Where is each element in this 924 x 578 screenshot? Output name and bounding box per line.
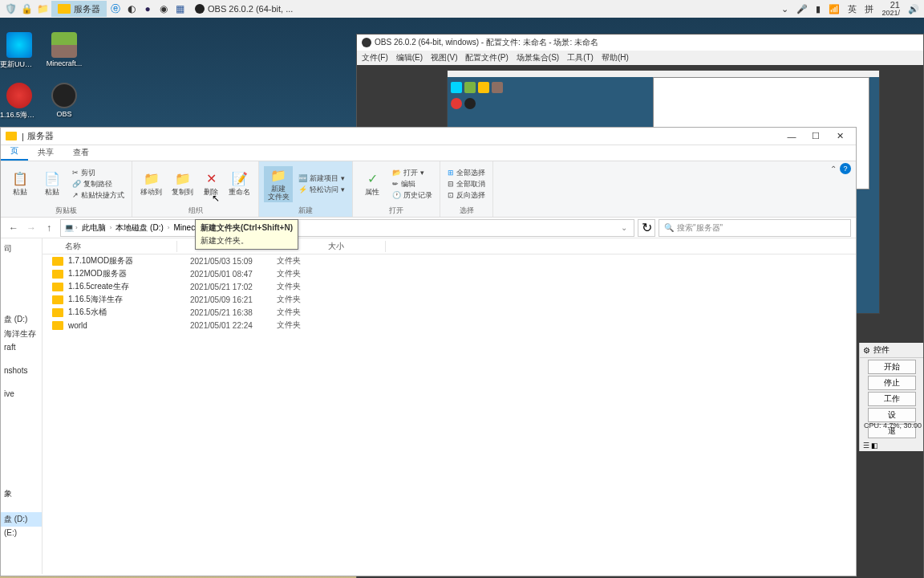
col-name[interactable]: 名称 (43, 241, 177, 252)
refresh-button[interactable]: ↻ (638, 219, 655, 237)
sidebar-item[interactable]: raft (1, 341, 42, 353)
col-size[interactable]: 大小 (322, 241, 386, 252)
file-row[interactable]: 1.7.10MOD服务器 2021/05/03 15:09 文件夹 (43, 254, 856, 267)
obs-menu-scene[interactable]: 场景集合(S) (517, 52, 559, 63)
sidebar-item[interactable]: 海洋生存 (1, 327, 42, 341)
new-item-icon: 🆕 (298, 174, 307, 182)
wifi-icon[interactable]: 📶 (829, 4, 840, 14)
obs-menu-tools[interactable]: 工具(T) (567, 52, 594, 63)
obs-stop-button[interactable]: 停止 (868, 376, 916, 390)
obs-start-button[interactable]: 开始 (868, 360, 916, 374)
sidebar-item[interactable]: (E:) (1, 527, 42, 539)
breadcrumb[interactable]: 💻 › 此电脑 › 本地磁盘 (D:) › Minecraft › 服务器 › … (60, 219, 634, 237)
taskbar-folder-item[interactable]: 服务器 (51, 1, 107, 17)
move-button[interactable]: 📁移动到 (137, 169, 165, 199)
tab-share[interactable]: 共享 (28, 144, 63, 161)
battery-icon[interactable]: ▮ (816, 4, 821, 14)
help-icon[interactable]: ? (840, 163, 851, 174)
taskbar-app-icon[interactable]: ◐ (124, 2, 139, 16)
edit-button[interactable]: ✏编辑 (390, 179, 435, 189)
explorer-window: | 服务器 — ☐ ✕ 页 共享 查看 📋 粘贴 📄 粘贴 ✂剪切 (0, 127, 857, 576)
chevron-up-icon[interactable]: ⌃ (830, 165, 837, 173)
back-button[interactable]: ← (6, 220, 22, 236)
obs-titlebar[interactable]: OBS 26.0.2 (64-bit, windows) - 配置文件: 未命名… (357, 35, 923, 51)
delete-button[interactable]: ✕删除 (200, 169, 222, 199)
taskbar-shield-icon[interactable]: 🛡️ (3, 2, 18, 16)
close-button[interactable]: ✕ (829, 129, 851, 144)
toggle-icon[interactable]: ◧ (871, 442, 878, 450)
cut-button[interactable]: ✂剪切 (70, 168, 127, 178)
ribbon-group-label: 打开 (358, 205, 435, 216)
ime-lang[interactable]: 英 (848, 3, 857, 15)
file-row[interactable]: 1.12MOD服务器 2021/05/01 08:47 文件夹 (43, 267, 856, 280)
tab-home[interactable]: 页 (1, 143, 28, 161)
file-row[interactable]: 1.16.5水桶 2021/05/21 16:38 文件夹 (43, 306, 856, 319)
breadcrumb-pc[interactable]: 此电脑 (79, 222, 108, 234)
select-all-button[interactable]: ⊞全部选择 (445, 168, 488, 178)
obs-menu-help[interactable]: 帮助(H) (602, 52, 629, 63)
obs-menu-file[interactable]: 文件(F) (362, 52, 388, 63)
clock-date[interactable]: 2021/ (881, 9, 900, 17)
up-button[interactable]: ↑ (41, 220, 57, 236)
gear-icon[interactable]: ⚙ (863, 346, 870, 355)
search-input[interactable]: 🔍 搜索"服务器" (659, 219, 851, 237)
select-none-button[interactable]: ⊟全部取消 (445, 179, 488, 189)
chevron-down-icon[interactable]: ⌄ (621, 223, 630, 232)
history-button[interactable]: 🕐历史记录 (390, 190, 435, 201)
copy-path-button[interactable]: 🔗复制路径 (70, 179, 127, 189)
minimize-button[interactable]: — (780, 129, 803, 144)
mic-icon[interactable]: 🎤 (796, 4, 808, 14)
taskbar-edge-icon[interactable]: ⓔ (108, 2, 123, 16)
sidebar-item[interactable]: nshots (1, 364, 42, 377)
sidebar-item[interactable]: 象 (1, 486, 42, 501)
sidebar-item-selected[interactable]: 盘 (D:) (1, 512, 42, 527)
clock-time[interactable]: 21 (881, 1, 900, 9)
obs-title: OBS 26.0.2 (64-bit, windows) - 配置文件: 未命名… (375, 37, 598, 48)
desktop-icon-folder[interactable]: 1.16.5海洋生存 (0, 83, 38, 120)
folder-icon (52, 283, 63, 291)
breadcrumb-drive[interactable]: 本地磁盘 (D:) (113, 222, 165, 234)
sidebar-item[interactable]: 盘 (D:) (1, 312, 42, 327)
forward-button[interactable]: → (23, 220, 39, 236)
desktop-icon-minecraft[interactable]: Minecraft... (45, 32, 83, 70)
tab-view[interactable]: 查看 (63, 144, 99, 161)
explorer-titlebar[interactable]: | 服务器 — ☐ ✕ (1, 128, 856, 145)
obs-menu-view[interactable]: 视图(V) (431, 52, 457, 63)
desktop-icon-uu[interactable]: 更新UU加速器 (0, 32, 38, 70)
desktop-icon-obs[interactable]: OBS (45, 83, 83, 120)
easy-access-button[interactable]: ⚡轻松访问▾ (296, 185, 347, 195)
rename-button[interactable]: 📝重命名 (225, 169, 253, 199)
volume-icon[interactable]: 🔊 (908, 4, 919, 14)
file-row[interactable]: 1.16.5create生存 2021/05/21 17:02 文件夹 (43, 280, 856, 293)
taskbar-word-icon[interactable]: ▦ (172, 2, 187, 16)
obs-menu-profile[interactable]: 配置文件(P) (465, 52, 508, 63)
pin-button[interactable]: 📋 粘贴 (6, 169, 34, 199)
sidebar-item[interactable]: ive (1, 388, 42, 400)
paste-shortcut-button[interactable]: ↗粘贴快捷方式 (70, 190, 127, 201)
taskbar-chrome-icon[interactable]: ◉ (156, 2, 171, 16)
obs-menu-edit[interactable]: 编辑(E) (396, 52, 423, 63)
taskbar-obs-item[interactable]: OBS 26.0.2 (64-bit, ... (188, 1, 299, 17)
taskbar-explorer-icon[interactable]: 📁 (35, 2, 50, 16)
taskbar-lock-icon[interactable]: 🔒 (19, 2, 34, 16)
file-row[interactable]: 1.16.5海洋生存 2021/05/09 16:21 文件夹 (43, 293, 856, 306)
obs-settings-button[interactable]: 设 (868, 408, 916, 422)
taskbar-eclipse-icon[interactable]: ● (140, 2, 155, 16)
ime-mode[interactable]: 拼 (865, 3, 873, 15)
copy-button[interactable]: 📁复制到 (168, 169, 197, 199)
list-icon[interactable]: ☰ (863, 442, 869, 450)
paste-button[interactable]: 📄 粘贴 (38, 169, 67, 199)
copy-icon: 📁 (175, 170, 191, 186)
invert-select-button[interactable]: ⊡反向选择 (445, 190, 488, 201)
maximize-button[interactable]: ☐ (804, 129, 827, 144)
new-folder-button[interactable]: 📁 新建 文件夹 (264, 166, 293, 202)
obs-studio-button[interactable]: 工作 (868, 392, 916, 406)
properties-button[interactable]: ✓ 属性 (358, 169, 387, 199)
chevron-down-icon[interactable]: ⌄ (781, 4, 788, 14)
sidebar-item[interactable]: 司 (1, 242, 42, 256)
file-row[interactable]: world 2021/05/01 22:24 文件夹 (43, 319, 856, 332)
open-button[interactable]: 📂打开▾ (390, 168, 435, 178)
obs-menubar: 文件(F) 编辑(E) 视图(V) 配置文件(P) 场景集合(S) 工具(T) … (357, 51, 923, 65)
new-item-button[interactable]: 🆕新建项目▾ (296, 173, 347, 184)
move-icon: 📁 (144, 170, 160, 186)
